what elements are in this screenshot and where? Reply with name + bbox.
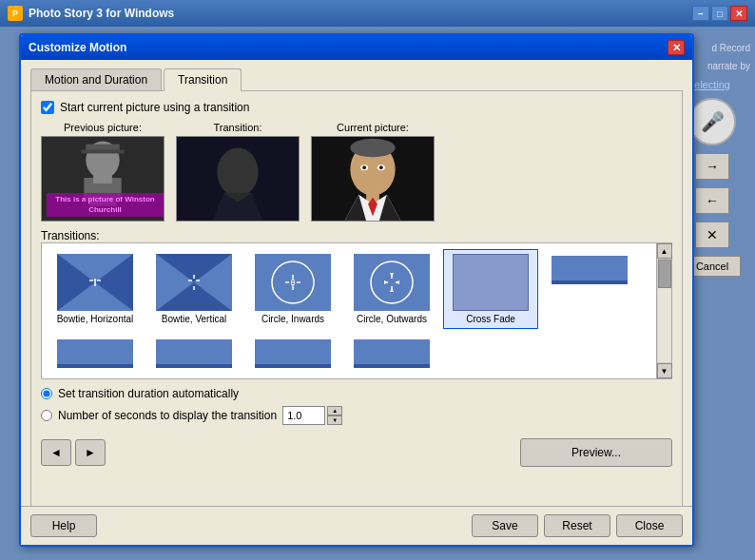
transitions-scrollbar: ▲ ▼ (656, 243, 671, 378)
svg-point-17 (379, 165, 383, 169)
dialog-close-button[interactable]: ✕ (668, 40, 685, 55)
dialog-titlebar: Customize Motion ✕ (21, 35, 692, 60)
window-close-button[interactable]: ✕ (730, 6, 747, 21)
transitions-grid: Bowtie, Horizontal (42, 243, 656, 378)
scroll-track (658, 260, 671, 362)
window-controls: − □ ✕ (692, 6, 747, 21)
transition-checkbox[interactable] (41, 101, 54, 114)
nav-next-icon: ► (85, 446, 96, 459)
overlay-text: This is a picture of Winston Churchill (55, 195, 154, 213)
transition-checkbox-row: Start current picture using a transition (41, 101, 672, 114)
svg-rect-3 (81, 149, 124, 153)
dialog-title: Customize Motion (29, 41, 668, 54)
save-button[interactable]: Save (472, 514, 538, 537)
transition-thumb-cross-fade (453, 254, 529, 311)
tab-motion-label: Motion and Duration (45, 73, 147, 87)
tab-transition-label: Transition (178, 73, 227, 87)
transition-item-row2-1[interactable] (542, 251, 637, 329)
outer-titlebar: P Photo Story 3 for Windows − □ ✕ (0, 0, 755, 27)
svg-point-8 (217, 148, 258, 197)
svg-point-13 (350, 139, 395, 158)
outer-window: P Photo Story 3 for Windows − □ ✕ d Reco… (0, 0, 755, 560)
transition-checkbox-label: Start current picture using a transition (60, 101, 249, 114)
tab-content-transition: Start current picture using a transition… (30, 90, 683, 537)
preview-area: Previous picture: (41, 122, 672, 222)
transition-thumb-circle-in (255, 254, 331, 311)
arrow-right-button-1[interactable]: → (695, 153, 729, 180)
previous-picture-label: Previous picture: (64, 122, 142, 133)
close-button[interactable]: Close (616, 514, 683, 537)
svg-rect-6 (93, 164, 112, 183)
spinner-arrows: ▲ ▼ (327, 406, 342, 425)
transition-item-row2-2[interactable] (48, 335, 143, 373)
preview-button-label: Preview... (571, 446, 621, 459)
duration-input[interactable] (282, 406, 325, 425)
microphone-icon: 🎤 (688, 98, 736, 145)
svg-rect-42 (354, 254, 430, 311)
arrow-right-button-2[interactable]: ← (695, 187, 729, 214)
tab-motion[interactable]: Motion and Duration (30, 68, 162, 90)
current-picture-image (311, 136, 435, 222)
nav-next-button[interactable]: ► (75, 439, 106, 466)
transition-item-circle-in[interactable]: Circle, Inwards (245, 249, 340, 329)
scroll-up-button[interactable]: ▲ (657, 243, 672, 259)
dialog: Customize Motion ✕ Motion and Duration T… (19, 33, 694, 547)
spinner-down[interactable]: ▼ (327, 415, 342, 425)
transition-thumb-circle-out (354, 254, 430, 311)
current-picture-label: Current picture: (337, 122, 409, 133)
arrow-right-button-3[interactable]: ✕ (695, 222, 729, 248)
transition-thumb-row2-3 (156, 339, 232, 368)
transition-item-circle-out[interactable]: Circle, Outwards (344, 249, 439, 329)
transition-item-row2-5[interactable] (344, 335, 439, 373)
preview-button[interactable]: Preview... (520, 438, 672, 467)
transition-thumb-bowtie-v (156, 254, 232, 311)
transitions-grid-container: Bowtie, Horizontal (41, 242, 672, 379)
minimize-button[interactable]: − (692, 6, 709, 21)
transition-thumb-row2-4 (255, 339, 331, 368)
help-button[interactable]: Help (30, 514, 97, 537)
transition-item-row2-4[interactable] (245, 335, 340, 373)
duration-auto-label: Set transition duration automatically (58, 387, 239, 400)
previous-picture-image: This is a picture of Winston Churchill (41, 136, 165, 222)
transition-thumb-row2-2 (57, 339, 133, 368)
transition-picture-image (176, 136, 300, 222)
outer-window-title: Photo Story 3 for Windows (29, 7, 692, 20)
transition-thumb-row2-5 (354, 339, 430, 368)
spinner-up[interactable]: ▲ (327, 406, 342, 415)
transition-item-row2-3[interactable] (146, 335, 242, 373)
tab-transition[interactable]: Transition (164, 68, 242, 91)
right-panel-link[interactable]: electing (694, 79, 730, 90)
transitions-label: Transitions: (41, 229, 672, 242)
scroll-thumb[interactable] (658, 260, 671, 288)
duration-auto-radio[interactable] (41, 388, 52, 399)
transition-item-bowtie-v[interactable]: Bowtie, Vertical (146, 249, 242, 329)
duration-auto-row: Set transition duration automatically (41, 387, 672, 400)
maximize-button[interactable]: □ (711, 6, 728, 21)
previous-picture-overlay: This is a picture of Winston Churchill (47, 193, 164, 217)
current-picture-svg (312, 136, 434, 222)
footer-right-buttons: Save Reset Close (472, 514, 683, 537)
svg-point-16 (362, 165, 366, 169)
transition-item-cross-fade[interactable]: Cross Fade (443, 249, 538, 329)
reset-button[interactable]: Reset (544, 514, 610, 537)
transition-name-circle-out: Circle, Outwards (357, 314, 427, 324)
current-picture-item: Current picture: (311, 122, 435, 222)
transition-name-bowtie-v: Bowtie, Vertical (162, 314, 226, 324)
scroll-down-button[interactable]: ▼ (657, 363, 672, 378)
transition-name-bowtie-h: Bowtie, Horizontal (57, 314, 134, 324)
nav-arrows: ◄ ► (41, 439, 106, 466)
bottom-nav: ◄ ► Preview... (41, 433, 672, 467)
transition-thumb-row2-1 (552, 256, 628, 284)
transition-thumb-bowtie-h (57, 254, 133, 311)
transitions-section: Transitions: (41, 229, 672, 379)
duration-manual-radio[interactable] (41, 410, 52, 421)
transition-picture-label: Transition: (214, 122, 262, 133)
transition-picture-item: Transition: (176, 122, 300, 222)
tab-bar: Motion and Duration Transition (30, 68, 683, 90)
transition-item-bowtie-h[interactable]: Bowtie, Horizontal (48, 249, 143, 329)
duration-manual-label: Number of seconds to display the transit… (58, 409, 277, 422)
nav-prev-button[interactable]: ◄ (41, 439, 71, 466)
dialog-content: Motion and Duration Transition Start cur… (21, 60, 692, 545)
svg-rect-52 (454, 255, 528, 311)
transition-preview-svg (177, 136, 299, 222)
